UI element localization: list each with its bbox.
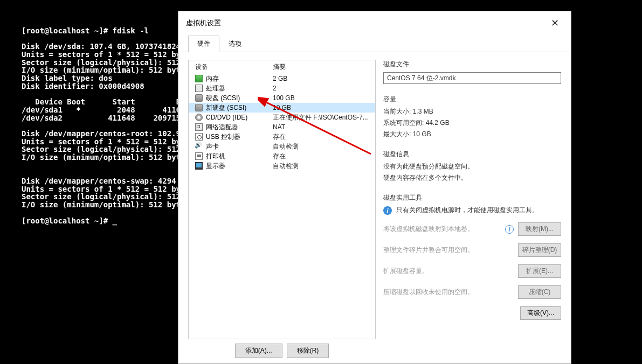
cpu-icon [195,85,203,92]
defrag-button[interactable]: 碎片整理(D) [518,243,561,257]
dialog-title: 虚拟机设置 [186,18,547,28]
close-icon[interactable]: ✕ [547,15,563,31]
printer-icon [195,152,203,160]
info-icon: i [505,225,514,234]
memory-icon [195,75,203,82]
defrag-desc: 整理文件碎片并整合可用空间。 [383,246,514,255]
cd-icon [195,114,203,121]
capacity-label: 容量 [383,95,561,104]
diskinfo-line1: 没有为此硬盘预分配磁盘空间。 [383,162,561,171]
device-summary: 2 [273,85,375,92]
net-icon [195,123,203,131]
device-row-net[interactable]: 网络适配器NAT [189,122,375,132]
diskinfo-line2: 硬盘内容存储在多个文件中。 [383,173,561,183]
device-name: 硬盘 (SCSI) [206,94,240,103]
map-desc: 将该虚拟机磁盘映射到本地卷。 [383,225,501,234]
device-summary: 10 GB [273,104,375,111]
device-name: 打印机 [206,152,225,161]
tools-label: 磁盘实用工具 [383,193,561,202]
device-row-sound[interactable]: 声卡自动检测 [189,142,375,151]
free-space: 系统可用空间: 44.2 GB [383,118,561,128]
device-summary: 100 GB [273,94,375,102]
device-summary: 自动检测 [273,162,375,171]
device-summary: NAT [273,123,375,131]
compact-button[interactable]: 压缩(C) [518,285,561,299]
device-list-header: 设备 摘要 [189,60,375,74]
device-row-usb[interactable]: USB 控制器存在 [189,132,375,142]
vm-settings-dialog: 虚拟机设置 ✕ 硬件 选项 设备 摘要 内存2 GB处理器2硬盘 (SCSI)1… [178,11,571,364]
header-device: 设备 [189,62,273,72]
device-name: 显示器 [206,162,225,171]
advanced-button[interactable]: 高级(V)... [520,306,561,320]
remove-button[interactable]: 移除(R) [287,344,329,358]
expand-desc: 扩展磁盘容量。 [383,267,514,276]
compact-desc: 压缩磁盘以回收未使用的空间。 [383,288,514,297]
device-row-cpu[interactable]: 处理器2 [189,83,375,93]
device-name: 新硬盘 (SCSI) [206,103,246,113]
disk-icon [195,94,203,102]
dialog-titlebar: 虚拟机设置 ✕ [178,11,571,35]
device-name: 网络适配器 [206,123,238,132]
tools-info-row: i 只有关闭虚拟机电源时，才能使用磁盘实用工具。 [383,206,561,215]
device-row-memory[interactable]: 内存2 GB [189,74,375,83]
device-name: 声卡 [206,142,219,151]
device-summary: 2 GB [273,75,375,82]
tabs-bar: 硬件 选项 [178,35,571,52]
info-icon: i [383,206,392,215]
device-summary: 存在 [273,132,375,142]
device-summary: 正在使用文件 F:\ISO\CentOS-7... [273,113,375,122]
device-row-cd[interactable]: CD/DVD (IDE)正在使用文件 F:\ISO\CentOS-7... [189,113,375,122]
display-icon [195,162,203,170]
device-name: 处理器 [206,84,225,93]
map-row: 将该虚拟机磁盘映射到本地卷。 i 映射(M)... [383,222,561,236]
device-row-printer[interactable]: 打印机存在 [189,151,375,161]
usb-icon [195,133,203,141]
expand-row: 扩展磁盘容量。 扩展(E)... [383,264,561,278]
device-row-display[interactable]: 显示器自动检测 [189,161,375,171]
hardware-right-panel: 磁盘文件 CentOS 7 64 位-2.vmdk 容量 当前大小: 1.3 M… [376,60,561,358]
device-name: CD/DVD (IDE) [206,114,247,121]
diskinfo-label: 磁盘信息 [383,150,561,159]
diskfile-label: 磁盘文件 [383,60,561,69]
device-name: USB 控制器 [206,132,240,142]
device-name: 内存 [206,74,219,83]
header-summary: 摘要 [273,62,375,72]
device-summary: 自动检测 [273,142,375,151]
tab-options[interactable]: 选项 [219,36,251,52]
device-row-disk[interactable]: 新硬盘 (SCSI)10 GB [189,103,375,113]
tools-info-text: 只有关闭虚拟机电源时，才能使用磁盘实用工具。 [396,206,561,215]
current-size: 当前大小: 1.3 MB [383,107,561,116]
device-summary: 存在 [273,152,375,161]
device-list: 设备 摘要 内存2 GB处理器2硬盘 (SCSI)100 GB新硬盘 (SCSI… [188,60,376,339]
device-row-disk[interactable]: 硬盘 (SCSI)100 GB [189,93,375,103]
device-buttons: 添加(A)... 移除(R) [188,339,376,358]
tab-hardware[interactable]: 硬件 [188,36,219,52]
max-size: 最大大小: 10 GB [383,130,561,139]
map-button[interactable]: 映射(M)... [518,222,561,236]
compact-row: 压缩磁盘以回收未使用的空间。 压缩(C) [383,285,561,299]
add-button[interactable]: 添加(A)... [235,344,282,358]
disk-icon [195,104,203,111]
diskfile-field[interactable]: CentOS 7 64 位-2.vmdk [383,72,561,84]
sound-icon [195,143,203,150]
hardware-left-panel: 设备 摘要 内存2 GB处理器2硬盘 (SCSI)100 GB新硬盘 (SCSI… [188,60,376,358]
expand-button[interactable]: 扩展(E)... [518,264,561,278]
defrag-row: 整理文件碎片并整合可用空间。 碎片整理(D) [383,243,561,257]
